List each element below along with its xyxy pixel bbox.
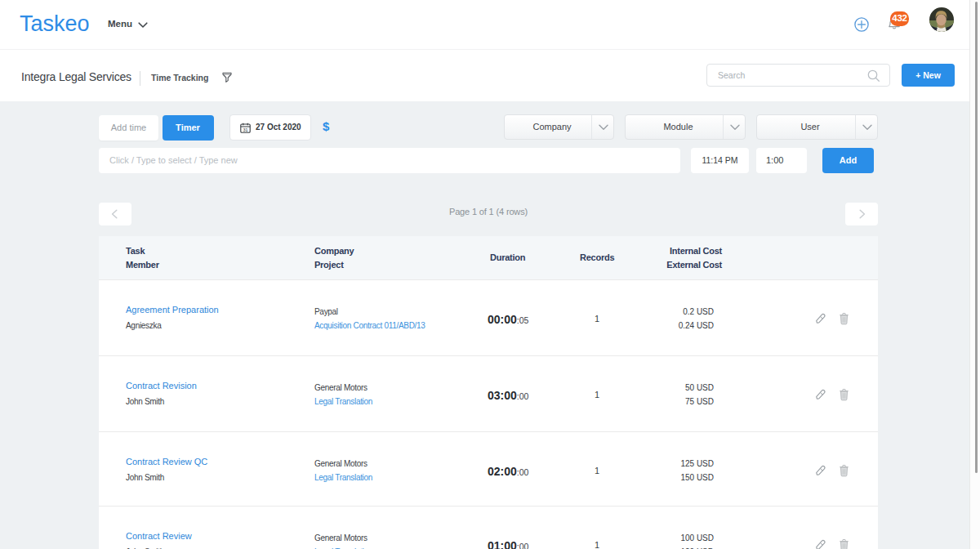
svg-text:31: 31: [243, 127, 247, 132]
